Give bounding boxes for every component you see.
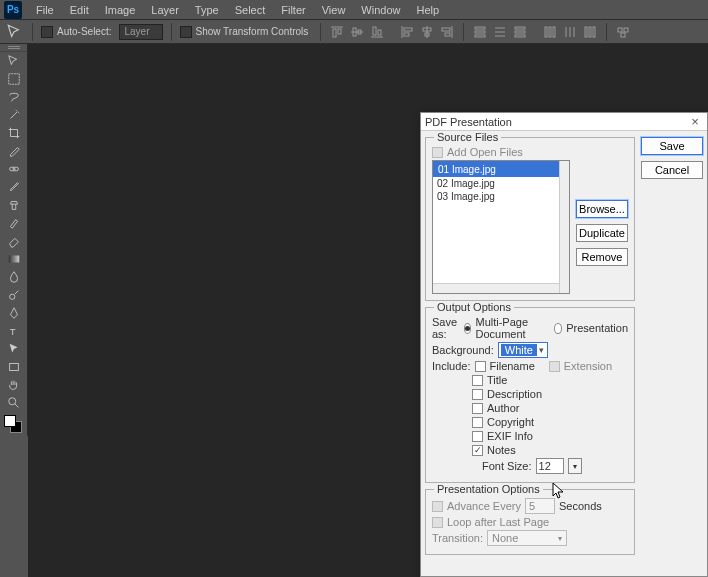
svg-rect-33 — [585, 27, 587, 37]
menu-view[interactable]: View — [314, 1, 354, 19]
description-checkbox[interactable] — [472, 389, 483, 400]
presentation-radio[interactable] — [554, 323, 562, 334]
distribute-left-icon[interactable] — [542, 24, 558, 40]
dialog-close-button[interactable]: × — [687, 114, 703, 129]
show-transform-checkbox[interactable] — [180, 26, 192, 38]
clone-stamp-tool[interactable] — [0, 196, 27, 214]
menu-image[interactable]: Image — [97, 1, 144, 19]
svg-rect-16 — [442, 28, 450, 31]
align-left-edges-icon[interactable] — [399, 24, 415, 40]
save-button[interactable]: Save — [641, 137, 703, 155]
align-right-edges-icon[interactable] — [439, 24, 455, 40]
menu-filter[interactable]: Filter — [273, 1, 313, 19]
list-item[interactable]: 03 Image.jpg — [433, 190, 569, 203]
filename-checkbox[interactable] — [475, 361, 486, 372]
svg-rect-29 — [553, 27, 555, 37]
pen-tool[interactable] — [0, 304, 27, 322]
copyright-checkbox[interactable] — [472, 417, 483, 428]
seconds-label: Seconds — [559, 500, 602, 512]
tools-grip-icon[interactable] — [0, 44, 27, 52]
distribute-top-icon[interactable] — [472, 24, 488, 40]
notes-checkbox[interactable]: ✓ — [472, 445, 483, 456]
dialog-titlebar[interactable]: PDF Presentation × — [421, 113, 707, 131]
cancel-button[interactable]: Cancel — [641, 161, 703, 179]
type-tool[interactable]: T — [0, 322, 27, 340]
menu-type[interactable]: Type — [187, 1, 227, 19]
brush-tool[interactable] — [0, 178, 27, 196]
svg-rect-41 — [8, 256, 19, 263]
distribute-right-icon[interactable] — [582, 24, 598, 40]
background-select[interactable]: White ▾ — [498, 342, 548, 358]
exif-checkbox[interactable] — [472, 431, 483, 442]
menu-select[interactable]: Select — [227, 1, 274, 19]
presentation-label: Presentation — [566, 322, 628, 334]
svg-rect-10 — [404, 28, 412, 31]
dodge-tool[interactable] — [0, 286, 27, 304]
source-files-list[interactable]: 01 Image.jpg 02 Image.jpg 03 Image.jpg — [432, 160, 570, 294]
list-item[interactable]: 02 Image.jpg — [433, 177, 569, 190]
multipage-radio[interactable] — [464, 323, 472, 334]
menu-layer[interactable]: Layer — [143, 1, 187, 19]
marquee-tool[interactable] — [0, 70, 27, 88]
svg-rect-36 — [618, 28, 622, 32]
foreground-color-swatch[interactable] — [4, 415, 16, 427]
menu-file[interactable]: File — [28, 1, 62, 19]
browse-button[interactable]: Browse... — [576, 200, 628, 218]
author-checkbox[interactable] — [472, 403, 483, 414]
svg-rect-27 — [545, 27, 547, 37]
advance-every-checkbox — [432, 501, 443, 512]
menu-edit[interactable]: Edit — [62, 1, 97, 19]
list-horizontal-scrollbar[interactable] — [433, 283, 559, 293]
healing-brush-tool[interactable] — [0, 160, 27, 178]
magic-wand-tool[interactable] — [0, 106, 27, 124]
author-label: Author — [487, 402, 519, 414]
distribute-horizontal-icon[interactable] — [562, 24, 578, 40]
list-vertical-scrollbar[interactable] — [559, 161, 569, 293]
blur-tool[interactable] — [0, 268, 27, 286]
move-tool-icon[interactable] — [6, 25, 24, 39]
distribute-vertical-icon[interactable] — [492, 24, 508, 40]
svg-rect-24 — [515, 27, 525, 29]
crop-tool[interactable] — [0, 124, 27, 142]
font-size-input[interactable]: 12 — [536, 458, 564, 474]
eyedropper-tool[interactable] — [0, 142, 27, 160]
auto-select-target[interactable]: Layer — [119, 24, 162, 40]
lasso-tool[interactable] — [0, 88, 27, 106]
hand-tool[interactable] — [0, 376, 27, 394]
title-checkbox[interactable] — [472, 375, 483, 386]
duplicate-button[interactable]: Duplicate — [576, 224, 628, 242]
transition-select: None ▾ — [487, 530, 567, 546]
svg-rect-35 — [593, 27, 595, 37]
font-size-dropdown[interactable]: ▾ — [568, 458, 582, 474]
add-open-files-label: Add Open Files — [447, 146, 523, 158]
description-label: Description — [487, 388, 542, 400]
svg-rect-1 — [333, 29, 336, 37]
foreground-background-colors[interactable] — [0, 412, 27, 436]
history-brush-tool[interactable] — [0, 214, 27, 232]
list-item[interactable]: 01 Image.jpg — [433, 161, 569, 177]
move-tool[interactable] — [0, 52, 27, 70]
menu-bar: Ps File Edit Image Layer Type Select Fil… — [0, 0, 708, 20]
tools-panel: T — [0, 44, 28, 436]
menu-help[interactable]: Help — [408, 1, 447, 19]
zoom-tool[interactable] — [0, 394, 27, 412]
rectangle-tool[interactable] — [0, 358, 27, 376]
align-bottom-edges-icon[interactable] — [369, 24, 385, 40]
menu-window[interactable]: Window — [353, 1, 408, 19]
advance-every-label: Advance Every — [447, 500, 521, 512]
auto-select-checkbox[interactable] — [41, 26, 53, 38]
align-top-edges-icon[interactable] — [329, 24, 345, 40]
svg-rect-44 — [9, 364, 18, 371]
path-selection-tool[interactable] — [0, 340, 27, 358]
align-horizontal-centers-icon[interactable] — [419, 24, 435, 40]
svg-rect-17 — [445, 33, 450, 36]
gradient-tool[interactable] — [0, 250, 27, 268]
align-vertical-centers-icon[interactable] — [349, 24, 365, 40]
background-label: Background: — [432, 344, 494, 356]
distribute-bottom-icon[interactable] — [512, 24, 528, 40]
auto-align-icon[interactable] — [615, 24, 631, 40]
remove-button[interactable]: Remove — [576, 248, 628, 266]
add-open-files-checkbox — [432, 147, 443, 158]
svg-rect-26 — [515, 35, 525, 37]
eraser-tool[interactable] — [0, 232, 27, 250]
